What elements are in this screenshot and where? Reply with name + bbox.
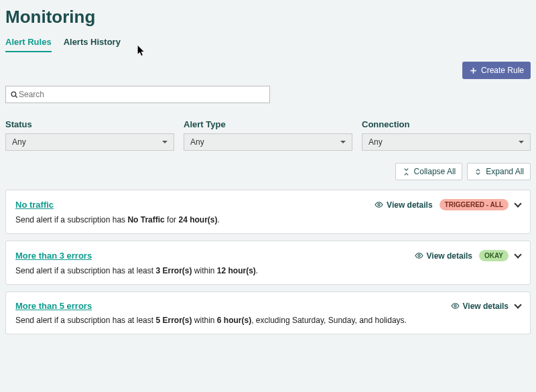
rule-desc-bold: 24 hour(s)	[178, 215, 217, 224]
chevron-down-icon[interactable]	[514, 251, 521, 258]
rule-desc-text: within	[192, 316, 216, 325]
svg-point-2	[417, 255, 419, 257]
eye-icon	[375, 200, 383, 209]
rule-desc-bold: 12 hour(s)	[217, 266, 256, 275]
filter-status-value: Any	[12, 137, 26, 147]
filter-connection: Connection Any	[362, 119, 531, 151]
rule-desc-text: .	[256, 266, 258, 275]
filter-conn-select[interactable]: Any	[362, 133, 531, 151]
filter-status: Status Any	[5, 119, 174, 151]
chevron-down-icon[interactable]	[514, 200, 521, 207]
rule-header-right: View details	[451, 302, 521, 311]
rule-title-link[interactable]: No traffic	[15, 200, 54, 210]
rule-description: Send alert if a subscription has at leas…	[15, 266, 521, 275]
rule-title-link[interactable]: More than 5 errors	[15, 301, 92, 311]
status-badge-okay: OKAY	[479, 250, 509, 261]
chevron-down-icon	[519, 141, 524, 143]
rule-header: More than 3 errors View details OKAY	[15, 250, 521, 261]
rule-desc-bold: 3 Error(s)	[155, 266, 192, 275]
tab-alerts-history[interactable]: Alerts History	[64, 37, 121, 52]
collapse-icon	[402, 168, 411, 176]
collapse-all-button[interactable]: Collapse All	[395, 163, 463, 180]
filter-status-select[interactable]: Any	[5, 133, 174, 151]
rule-description: Send alert if a subscription has at leas…	[15, 316, 521, 325]
rule-card: More than 3 errors View details OKAY Sen…	[5, 241, 531, 285]
chevron-down-icon	[340, 141, 346, 143]
view-details-link[interactable]: View details	[415, 251, 472, 261]
rule-desc-text: Send alert if a subscription has at leas…	[15, 266, 155, 275]
plus-icon	[469, 66, 478, 75]
rule-desc-text: Send alert if a subscription has at leas…	[15, 316, 155, 325]
svg-point-0	[11, 92, 16, 96]
expand-collapse-toolbar: Collapse All Expand All	[5, 163, 531, 180]
create-rule-button[interactable]: Create Rule	[462, 62, 531, 79]
rule-card: No traffic View details TRIGGERED - ALL …	[5, 190, 531, 234]
search-icon	[10, 90, 19, 99]
view-details-label: View details	[427, 251, 472, 261]
create-rule-label: Create Rule	[481, 66, 524, 75]
rule-header-right: View details OKAY	[415, 250, 521, 261]
chevron-down-icon	[162, 141, 168, 143]
rule-desc-text: .	[217, 215, 219, 224]
search-input[interactable]	[19, 90, 265, 99]
collapse-all-label: Collapse All	[414, 167, 456, 176]
page-title: Monitoring	[5, 7, 531, 27]
view-details-link[interactable]: View details	[451, 302, 509, 311]
search-container[interactable]	[5, 86, 270, 103]
rule-description: Send alert if a subscription has No Traf…	[15, 215, 521, 224]
filter-status-label: Status	[5, 119, 174, 129]
rule-desc-bold: No Traffic	[127, 215, 164, 224]
eye-icon	[451, 302, 460, 310]
expand-all-label: Expand All	[486, 167, 524, 176]
status-badge-triggered: TRIGGERED - ALL	[440, 199, 509, 210]
expand-icon	[474, 168, 482, 176]
rule-desc-text: Send alert if a subscription has	[15, 215, 127, 224]
view-details-label: View details	[463, 302, 509, 311]
view-details-label: View details	[387, 200, 432, 210]
svg-point-1	[378, 204, 380, 206]
eye-icon	[415, 251, 423, 260]
filter-type-select[interactable]: Any	[184, 133, 352, 151]
rule-desc-text: for	[165, 215, 179, 224]
top-actions: Create Rule	[5, 62, 531, 79]
rule-title-link[interactable]: More than 3 errors	[15, 251, 92, 261]
rule-header: More than 5 errors View details	[15, 301, 521, 311]
chevron-down-icon[interactable]	[514, 301, 521, 308]
tab-alert-rules[interactable]: Alert Rules	[5, 37, 52, 52]
filter-alert-type: Alert Type Any	[184, 119, 352, 151]
expand-all-button[interactable]: Expand All	[467, 163, 531, 180]
tabs-bar: Alert Rules Alerts History	[5, 37, 531, 52]
filter-conn-label: Connection	[362, 119, 531, 129]
rule-header-right: View details TRIGGERED - ALL	[375, 199, 521, 210]
rule-desc-text: within	[192, 266, 216, 275]
rule-header: No traffic View details TRIGGERED - ALL	[15, 199, 521, 210]
filters-row: Status Any Alert Type Any Connection Any	[5, 119, 531, 151]
filter-conn-value: Any	[368, 137, 383, 147]
rule-desc-text: , excluding Saturday, Sunday, and holida…	[251, 316, 407, 325]
view-details-link[interactable]: View details	[375, 200, 432, 210]
rule-card: More than 5 errors View details Send ale…	[5, 291, 531, 334]
rule-desc-bold: 6 hour(s)	[217, 316, 251, 325]
filter-type-label: Alert Type	[184, 119, 352, 129]
filter-type-value: Any	[190, 137, 204, 147]
rule-desc-bold: 5 Error(s)	[155, 316, 192, 325]
svg-point-3	[454, 305, 456, 307]
